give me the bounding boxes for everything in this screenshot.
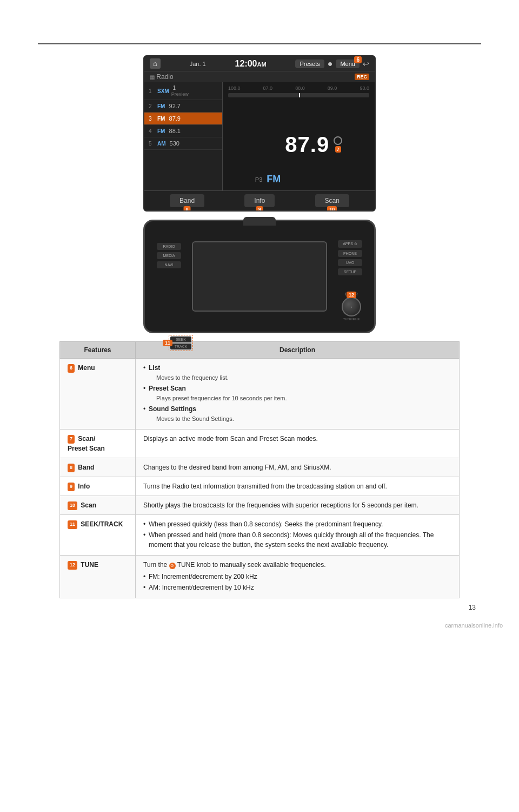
tune-am: AM: Increment/decrement by 10 kHz <box>143 583 451 592</box>
device-knob-area: ENTER 12 ● TUNE/FILE <box>342 292 361 321</box>
menu-item-sound-settings: Sound Settings Moves to the Sound Settin… <box>143 404 451 424</box>
device-uvo-btn[interactable]: UVO <box>338 259 362 266</box>
page-container: ⌂ Jan. 1 12:00AM Presets ● Menu 6 ↩ <box>0 0 519 812</box>
watermark: carmanualsonline.info <box>0 622 519 629</box>
band-display: FM <box>267 174 281 185</box>
tune-bullet-list: FM: Increment/decrement by 200 kHz AM: I… <box>143 572 451 592</box>
device-setup-btn[interactable]: SETUP <box>338 268 362 275</box>
band-button[interactable]: Band 8 <box>170 194 204 207</box>
feature-menu: 6 Menu <box>60 359 136 430</box>
badge-11-table: 11 <box>68 520 77 529</box>
menu-badge-wrap: Menu 6 <box>336 61 360 67</box>
menu-item-list: List Moves to the frequency list. <box>143 363 451 382</box>
preset-item-1[interactable]: 1 SXM 1Preview <box>144 82 222 100</box>
preset-item-5[interactable]: 5 AM 530 <box>144 137 222 150</box>
badge-10: 10 <box>327 206 337 212</box>
device-media-btn[interactable]: MEDIA <box>157 252 181 259</box>
table-row-info: 9 Info Turns the Radio text information … <box>60 477 460 496</box>
preset-item-2[interactable]: 2 FM 92.7 <box>144 100 222 113</box>
device-navi-btn[interactable]: NAVI <box>157 261 181 268</box>
screen-topbar: ⌂ Jan. 1 12:00AM Presets ● Menu 6 ↩ <box>144 56 375 71</box>
scan-button[interactable]: Scan 10 <box>315 194 349 207</box>
preset-item-3[interactable]: 3 FM 87.9 <box>144 113 222 125</box>
search-icon <box>334 136 342 145</box>
description-tune: Turn the ⊙ TUNE knob to manually seek av… <box>136 556 460 598</box>
badge-7: 7 <box>335 146 341 153</box>
feature-scan: 10 Scan <box>60 496 136 515</box>
badge-6: 6 <box>354 56 362 63</box>
feature-seek: 11 SEEK/TRACK <box>60 515 136 556</box>
device-top-bump <box>243 217 276 226</box>
badge-9-table: 9 <box>68 483 75 491</box>
feature-band: 8 Band <box>60 458 136 477</box>
rec-badge: REC <box>355 74 369 80</box>
device-radio-btn[interactable]: RADIO <box>157 243 181 250</box>
device-image: RADIO MEDIA NAVI 11 SEEK TRACK APPS ⊙ PH… <box>143 220 376 333</box>
table-row-band: 8 Band Changes to the desired band from … <box>60 458 460 477</box>
badge-9: 9 <box>256 206 263 212</box>
menu-item-preset-scan: Preset Scan Plays preset frequencies for… <box>143 384 451 403</box>
badge-7-table: 7 <box>68 435 75 444</box>
description-info: Turns the Radio text information transmi… <box>136 477 460 496</box>
badge-11: 11 <box>163 340 172 346</box>
main-display: P3 FM 87.9 7 <box>228 102 369 187</box>
feature-info: 9 Info <box>60 477 136 496</box>
device-phone-btn[interactable]: PHONE <box>338 250 362 257</box>
badge-12-table: 12 <box>68 561 77 570</box>
tune-knob[interactable]: 12 ● <box>342 297 361 316</box>
description-band: Changes to the desired band from among F… <box>136 458 460 477</box>
device-right-buttons: APPS ⊙ PHONE UVO SETUP <box>338 240 362 275</box>
screen-main: 1 SXM 1Preview 2 FM 92.7 3 FM 87.9 <box>144 82 375 190</box>
preset-item-4[interactable]: 4 FM 88.1 <box>144 125 222 137</box>
screen-section: ⌂ Jan. 1 12:00AM Presets ● Menu 6 ↩ <box>0 55 519 212</box>
home-button[interactable]: ⌂ <box>150 58 161 69</box>
seek-btn[interactable]: SEEK <box>170 336 191 342</box>
tune-label: TUNE/FILE <box>342 318 361 321</box>
badge-8: 8 <box>184 206 191 212</box>
info-button[interactable]: Info 9 <box>244 194 275 207</box>
search-icon-area: 7 <box>334 136 342 153</box>
badge-6-table: 6 <box>68 364 75 373</box>
tune-fm: FM: Increment/decrement by 200 kHz <box>143 572 451 582</box>
seek-item-hold: When pressed and held (more than 0.8 sec… <box>143 530 451 550</box>
seek-item-quick: When pressed quickly (less than 0.8 seco… <box>143 519 451 529</box>
freq-scale: 108.0 87.0 88.0 89.0 90.0 <box>228 85 369 91</box>
seek-bullet-list: When pressed quickly (less than 0.8 seco… <box>143 519 451 550</box>
tune-knob-icon: ⊙ <box>169 563 176 569</box>
badge-12: 12 <box>347 292 356 298</box>
table-row-tune: 12 TUNE Turn the ⊙ TUNE knob to manually… <box>60 556 460 598</box>
screen-bar2: ▦ Radio REC <box>144 71 375 82</box>
table-row-scan: 7 Scan/Preset Scan Displays an active mo… <box>60 430 460 458</box>
presets-button[interactable]: Presets <box>295 60 324 68</box>
display-area: 108.0 87.0 88.0 89.0 90.0 P3 FM 87.9 <box>223 82 375 190</box>
device-section: RADIO MEDIA NAVI 11 SEEK TRACK APPS ⊙ PH… <box>0 220 519 333</box>
knob-center-dot: ● <box>350 305 352 308</box>
badge-8-table: 8 <box>68 464 75 472</box>
track-btn[interactable]: TRACK <box>170 344 191 349</box>
device-left-buttons: RADIO MEDIA NAVI 11 SEEK TRACK <box>157 243 181 289</box>
preset-label: P3 <box>255 176 262 183</box>
freq-bar <box>228 93 369 97</box>
feature-scan-preset: 7 Scan/Preset Scan <box>60 430 136 458</box>
description-menu: List Moves to the frequency list. Preset… <box>136 359 460 430</box>
preset-list: 1 SXM 1Preview 2 FM 92.7 3 FM 87.9 <box>144 82 223 190</box>
freq-display: 87.9 <box>285 133 329 157</box>
nav-badge-wrap: Presets <box>295 61 324 67</box>
col-header-features: Features <box>60 342 136 359</box>
radio-label: ▦ Radio <box>150 73 355 81</box>
table-section: Features Description 6 Menu List Moves t… <box>59 341 460 598</box>
screen-date: Jan. 1 <box>190 61 206 67</box>
back-icon[interactable]: ↩ <box>363 60 369 68</box>
description-seek: When pressed quickly (less than 0.8 seco… <box>136 515 460 556</box>
circle-icon: ● <box>328 59 333 69</box>
description-scan2: Shortly plays the broadcasts for the fre… <box>136 496 460 515</box>
radio-screen: ⌂ Jan. 1 12:00AM Presets ● Menu 6 ↩ <box>143 55 376 212</box>
badge-10-table: 10 <box>68 501 77 510</box>
device-apps-btn[interactable]: APPS ⊙ <box>338 240 362 248</box>
table-row-scan2: 10 Scan Shortly plays the broadcasts for… <box>60 496 460 515</box>
feature-tune: 12 TUNE <box>60 556 136 598</box>
description-scan: Displays an active mode from Scan and Pr… <box>136 430 460 458</box>
device-screen <box>192 241 327 312</box>
screen-time: 12:00AM <box>235 59 267 69</box>
device-seek-area: 11 SEEK TRACK <box>169 335 193 351</box>
